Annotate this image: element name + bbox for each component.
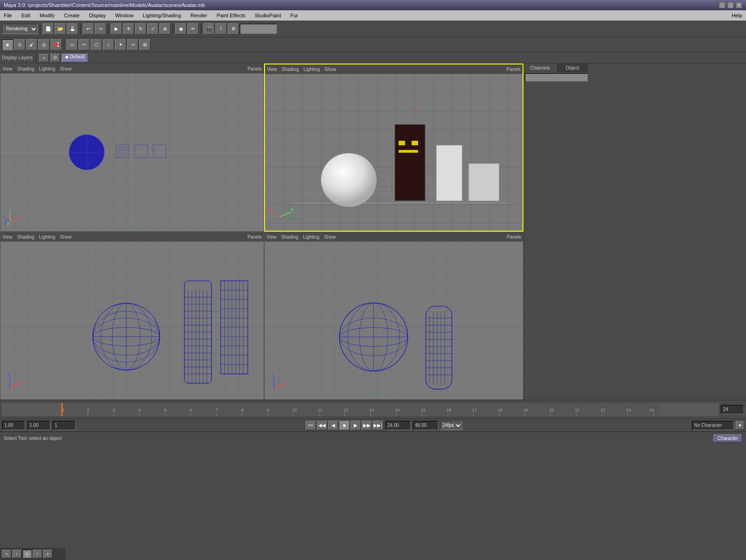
snap-btn[interactable]: 🧲 bbox=[50, 39, 62, 50]
vp-side-view[interactable]: View bbox=[266, 234, 277, 240]
no-character-field[interactable]: No Character bbox=[692, 421, 734, 430]
side-axis-x bbox=[274, 383, 286, 389]
vp-side-show[interactable]: Show bbox=[324, 234, 336, 240]
nav-forward-btn[interactable]: » bbox=[43, 550, 52, 558]
vp-top-lighting[interactable]: Lighting bbox=[39, 66, 55, 71]
subdiv-btn[interactable]: ⬡ bbox=[91, 39, 102, 50]
vp-front-panels[interactable]: Panels bbox=[247, 234, 262, 240]
maximize-button[interactable]: □ bbox=[727, 2, 734, 8]
menu-window[interactable]: Window bbox=[113, 12, 135, 19]
tab-channels[interactable]: Channels bbox=[524, 64, 557, 72]
tab-object[interactable]: Object bbox=[557, 64, 589, 72]
viewport-side[interactable]: View Shading Lighting Show Panels bbox=[264, 232, 524, 400]
vp-top-view[interactable]: View bbox=[2, 66, 13, 71]
minimize-button[interactable]: − bbox=[719, 2, 725, 8]
play-back-btn[interactable]: ◀ bbox=[328, 421, 338, 430]
menu-paint-effects[interactable]: Paint Effects bbox=[215, 12, 247, 19]
save-scene-btn[interactable]: 💾 bbox=[67, 23, 78, 35]
vp-front-view[interactable]: View bbox=[2, 234, 13, 240]
undo-btn[interactable]: ↩ bbox=[83, 23, 94, 35]
universal-manip-btn[interactable]: ⊕ bbox=[159, 23, 171, 35]
stop-btn[interactable]: ■ bbox=[339, 421, 350, 430]
new-scene-btn[interactable]: 📄 bbox=[43, 23, 54, 35]
vp-persp-view[interactable]: View bbox=[267, 67, 277, 72]
move-btn[interactable]: ✛ bbox=[123, 23, 134, 35]
vp-persp-shading[interactable]: Shading bbox=[282, 67, 299, 72]
channel-box-input[interactable] bbox=[525, 73, 588, 82]
nurbs-btn[interactable]: 〜 bbox=[79, 39, 90, 50]
vp-persp-panels[interactable]: Panels bbox=[506, 67, 521, 72]
sculpt-btn[interactable]: ✏ bbox=[187, 23, 199, 35]
scale-btn[interactable]: ⤢ bbox=[147, 23, 158, 35]
vp-front-show[interactable]: Show bbox=[60, 234, 72, 240]
character-options-btn[interactable]: ▼ bbox=[736, 421, 744, 430]
box-top3 bbox=[153, 145, 166, 158]
menu-display[interactable]: Display bbox=[87, 12, 108, 19]
render-btn[interactable]: 🎬 bbox=[203, 23, 215, 35]
next-key-btn[interactable]: ▶▶| bbox=[373, 421, 383, 430]
vp-top-panels[interactable]: Panels bbox=[247, 66, 262, 71]
vp-persp-lighting[interactable]: Lighting bbox=[303, 67, 320, 72]
menu-modify[interactable]: Modify bbox=[38, 12, 57, 19]
default-layer-btn[interactable]: ◆ Default bbox=[62, 54, 88, 62]
new-layer-btn[interactable]: + bbox=[39, 54, 49, 62]
toolbar-row2: ◈ ⊙ 🖌 ◎ 🧲 ▭ 〜 ⬡ ↕ ✦ ⊸ ⊞ bbox=[0, 37, 746, 52]
menu-file[interactable]: File bbox=[2, 12, 14, 19]
vp-side-lighting[interactable]: Lighting bbox=[303, 234, 319, 240]
ipr-btn[interactable]: I bbox=[215, 23, 227, 35]
constraint-btn[interactable]: ⊞ bbox=[139, 39, 151, 50]
framerate-selector[interactable]: 24fps 30fps bbox=[440, 421, 462, 430]
nav-back-btn[interactable]: « bbox=[2, 550, 11, 558]
menu-fur[interactable]: Fur bbox=[288, 12, 300, 19]
menu-render[interactable]: Render bbox=[188, 12, 209, 19]
prev-frame-btn[interactable]: ◀◀ bbox=[317, 421, 327, 430]
layer-options-btn[interactable]: ⚙ bbox=[50, 54, 60, 62]
vp-side-shading[interactable]: Shading bbox=[281, 234, 299, 240]
menu-create[interactable]: Create bbox=[62, 12, 81, 19]
deform-btn[interactable]: ↕ bbox=[103, 39, 114, 50]
paint-select-btn[interactable]: 🖌 bbox=[26, 39, 37, 50]
soft-select-btn[interactable]: ◎ bbox=[38, 39, 50, 50]
joint-btn[interactable]: ✦ bbox=[115, 39, 126, 50]
viewport-persp[interactable]: View Shading Lighting Show Panels bbox=[264, 64, 524, 232]
open-scene-btn[interactable]: 📂 bbox=[55, 23, 66, 35]
status-field1[interactable]: 1.00 bbox=[2, 421, 25, 430]
vp-top-shading[interactable]: Shading bbox=[17, 66, 35, 71]
select-btn[interactable]: ▶ bbox=[111, 23, 122, 35]
menu-help[interactable]: Help bbox=[730, 12, 744, 19]
menu-lighting-shading[interactable]: Lighting/Shading bbox=[141, 12, 183, 19]
next-frame-btn[interactable]: ▶▶ bbox=[362, 421, 372, 430]
rotate-btn[interactable]: ↻ bbox=[135, 23, 146, 35]
svg-text:4: 4 bbox=[138, 408, 141, 412]
nav-center-btn[interactable]: ⊙ bbox=[22, 550, 32, 558]
viewport-front[interactable]: View Shading Lighting Show Panels bbox=[0, 232, 264, 400]
menu-edit[interactable]: Edit bbox=[20, 12, 32, 19]
vp-front-lighting[interactable]: Lighting bbox=[39, 234, 55, 240]
nav-prev-btn[interactable]: ‹ bbox=[12, 550, 22, 558]
prev-key-btn[interactable]: << bbox=[306, 421, 316, 430]
status-field5[interactable]: 48.00 bbox=[413, 421, 438, 430]
menu-studiopaint[interactable]: StudioPaint bbox=[253, 12, 283, 19]
select-tool-btn[interactable]: ◈ bbox=[2, 39, 13, 50]
vp-front-shading[interactable]: Shading bbox=[17, 234, 35, 240]
vp-top-show[interactable]: Show bbox=[60, 66, 72, 71]
redo-btn[interactable]: ↪ bbox=[95, 23, 106, 35]
vp-persp-show[interactable]: Show bbox=[324, 67, 336, 72]
viewport-top[interactable]: View Shading Lighting Show Panels bbox=[0, 64, 264, 232]
lasso-tool-btn[interactable]: ⊙ bbox=[14, 39, 25, 50]
nav-next-btn[interactable]: › bbox=[33, 550, 42, 558]
status-field4[interactable]: 24.00 bbox=[385, 421, 411, 430]
soft-mod-btn[interactable]: ◉ bbox=[175, 23, 186, 35]
close-button[interactable]: × bbox=[736, 2, 742, 8]
mode-dropdown[interactable]: Rendering Animation Modeling bbox=[2, 24, 38, 34]
persp-grey-box bbox=[469, 164, 499, 201]
render-settings-btn[interactable]: ⚙ bbox=[228, 23, 239, 35]
status-field3[interactable]: 1 bbox=[52, 421, 76, 430]
vp-side-panels[interactable]: Panels bbox=[507, 234, 521, 240]
play-fwd-btn[interactable]: ▶ bbox=[351, 421, 361, 430]
character-tab-btn[interactable]: Character bbox=[713, 434, 742, 442]
polygon-btn[interactable]: ▭ bbox=[66, 39, 78, 50]
status-field2[interactable]: 1.00 bbox=[27, 421, 50, 430]
ikhandle-btn[interactable]: ⊸ bbox=[127, 39, 138, 50]
timeline-ruler[interactable]: 1 2 3 4 5 6 7 8 9 10 11 12 13 14 15 16 1… bbox=[2, 403, 719, 416]
